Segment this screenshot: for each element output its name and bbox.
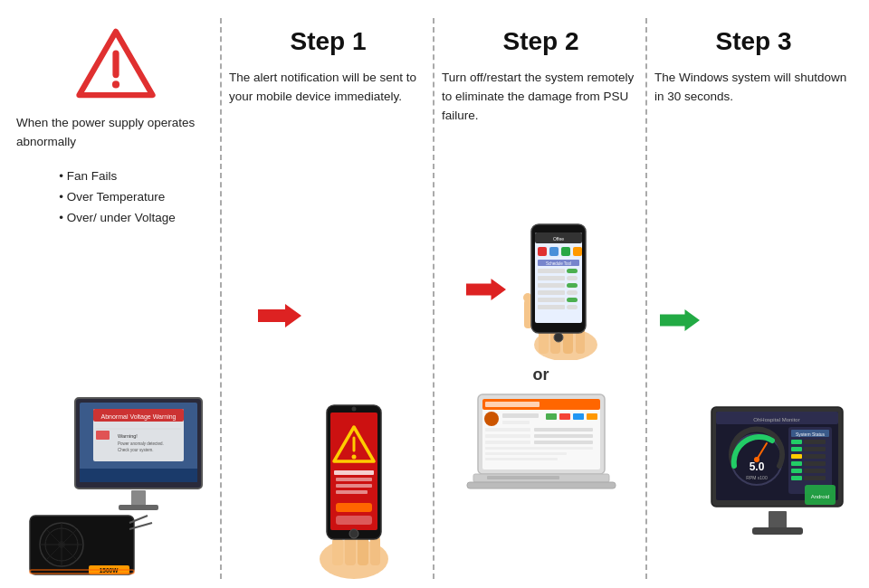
warning-triangle-icon bbox=[75, 27, 157, 100]
svg-rect-43 bbox=[336, 478, 372, 481]
svg-text:5.0: 5.0 bbox=[750, 460, 765, 473]
svg-rect-44 bbox=[336, 484, 372, 488]
svg-rect-125 bbox=[791, 469, 802, 473]
svg-rect-117 bbox=[791, 440, 802, 444]
bullet-fan-fails: Fan Fails bbox=[59, 166, 176, 187]
svg-rect-64 bbox=[561, 247, 570, 256]
svg-point-85 bbox=[484, 412, 499, 426]
step1-description: The alert notification will be sent to y… bbox=[229, 69, 427, 107]
svg-rect-74 bbox=[538, 290, 565, 295]
svg-rect-122 bbox=[804, 454, 826, 459]
column-step2: Step 2 Turn off/restart the system remot… bbox=[434, 18, 647, 579]
svg-point-80 bbox=[554, 333, 563, 342]
svg-rect-123 bbox=[791, 461, 802, 466]
red-arrow-1 bbox=[258, 302, 301, 329]
svg-rect-91 bbox=[587, 413, 597, 420]
svg-rect-114 bbox=[788, 427, 832, 494]
svg-rect-95 bbox=[534, 428, 593, 432]
svg-rect-96 bbox=[534, 434, 593, 438]
svg-rect-62 bbox=[538, 247, 547, 256]
svg-text:Schedule Tool: Schedule Tool bbox=[546, 261, 571, 266]
svg-rect-76 bbox=[538, 298, 565, 302]
svg-text:Android: Android bbox=[811, 494, 830, 499]
psu-monitor-svg: Abnormal Voltage Warning Warning! Power … bbox=[21, 389, 211, 579]
svg-rect-98 bbox=[485, 447, 593, 450]
step2-description: Turn off/restart the system remotely to … bbox=[442, 69, 640, 126]
step3-image-area: OhHospital Monitor 5.0 RPM x100 System S… bbox=[660, 116, 847, 579]
svg-rect-14 bbox=[131, 490, 146, 507]
svg-rect-86 bbox=[502, 413, 539, 418]
svg-rect-63 bbox=[549, 247, 559, 256]
svg-rect-77 bbox=[567, 298, 578, 302]
svg-rect-118 bbox=[804, 440, 826, 444]
svg-rect-15 bbox=[119, 505, 158, 510]
main-container: When the power supply operates abnormall… bbox=[0, 0, 869, 588]
svg-rect-68 bbox=[538, 269, 565, 273]
svg-rect-124 bbox=[804, 461, 826, 466]
svg-rect-5 bbox=[80, 469, 197, 482]
svg-rect-89 bbox=[559, 413, 570, 420]
svg-rect-131 bbox=[769, 511, 787, 529]
svg-rect-103 bbox=[487, 476, 559, 479]
svg-rect-35 bbox=[370, 536, 380, 565]
svg-rect-88 bbox=[546, 413, 557, 420]
psu-monitor-image-area: Abnormal Voltage Warning Warning! Power … bbox=[16, 229, 215, 579]
svg-text:Warning!: Warning! bbox=[118, 433, 138, 439]
svg-rect-126 bbox=[804, 469, 826, 473]
step3-description: The Windows system will shutdown in 30 s… bbox=[654, 69, 853, 107]
svg-marker-50 bbox=[466, 279, 506, 300]
svg-point-41 bbox=[351, 455, 356, 460]
svg-rect-97 bbox=[534, 441, 593, 444]
svg-rect-132 bbox=[752, 527, 803, 535]
warning-description: When the power supply operates abnormall… bbox=[16, 114, 215, 152]
monitor-step3-svg: OhHospital Monitor 5.0 RPM x100 System S… bbox=[707, 398, 847, 579]
column-step3: Step 3 The Windows system will shutdown … bbox=[647, 18, 860, 579]
phone-step1-svg bbox=[309, 398, 399, 579]
svg-text:OhHospital Monitor: OhHospital Monitor bbox=[753, 417, 799, 422]
svg-rect-127 bbox=[791, 476, 802, 480]
svg-marker-104 bbox=[660, 309, 700, 331]
svg-point-49 bbox=[351, 407, 356, 412]
svg-rect-72 bbox=[538, 283, 565, 288]
svg-rect-45 bbox=[336, 490, 368, 494]
step1-heading: Step 1 bbox=[290, 27, 366, 56]
svg-text:Offee: Offee bbox=[553, 236, 564, 242]
svg-rect-71 bbox=[567, 276, 578, 280]
svg-point-48 bbox=[349, 529, 358, 538]
svg-marker-30 bbox=[258, 304, 301, 327]
svg-rect-73 bbox=[567, 283, 578, 288]
svg-rect-128 bbox=[804, 476, 826, 480]
svg-rect-84 bbox=[485, 402, 540, 407]
column-warning: When the power supply operates abnormall… bbox=[9, 18, 222, 579]
svg-rect-70 bbox=[538, 276, 565, 280]
svg-rect-87 bbox=[502, 421, 530, 424]
svg-rect-78 bbox=[538, 305, 565, 309]
svg-text:System Status: System Status bbox=[796, 432, 826, 437]
step2-heading: Step 2 bbox=[502, 27, 578, 56]
step2-images: Offee Schedule Tool bbox=[442, 135, 640, 579]
phone-hand-tap-svg: Offee Schedule Tool bbox=[511, 220, 616, 360]
svg-text:RPM x100: RPM x100 bbox=[746, 475, 768, 480]
svg-rect-92 bbox=[485, 428, 530, 432]
svg-text:Abnormal Voltage Warning: Abnormal Voltage Warning bbox=[100, 413, 176, 421]
svg-rect-90 bbox=[573, 413, 584, 420]
svg-rect-42 bbox=[334, 470, 374, 475]
svg-rect-120 bbox=[804, 447, 826, 451]
svg-rect-46 bbox=[336, 503, 372, 512]
svg-text:Check your system.: Check your system. bbox=[118, 448, 154, 452]
svg-rect-69 bbox=[567, 269, 578, 273]
svg-rect-119 bbox=[791, 447, 802, 451]
svg-rect-100 bbox=[485, 458, 558, 460]
step3-heading: Step 3 bbox=[715, 27, 791, 56]
column-step1: Step 1 The alert notification will be se… bbox=[222, 18, 434, 579]
svg-rect-93 bbox=[485, 434, 530, 438]
svg-text:Power anomaly detected.: Power anomaly detected. bbox=[118, 441, 164, 446]
svg-rect-102 bbox=[467, 482, 616, 488]
svg-rect-75 bbox=[567, 290, 578, 295]
svg-rect-79 bbox=[567, 305, 578, 309]
bullet-over-voltage: Over/ under Voltage bbox=[59, 208, 176, 229]
svg-rect-32 bbox=[332, 538, 343, 565]
or-text: or bbox=[533, 365, 549, 384]
laptop-svg bbox=[460, 390, 623, 494]
bullet-over-temp: Over Temperature bbox=[59, 187, 176, 208]
